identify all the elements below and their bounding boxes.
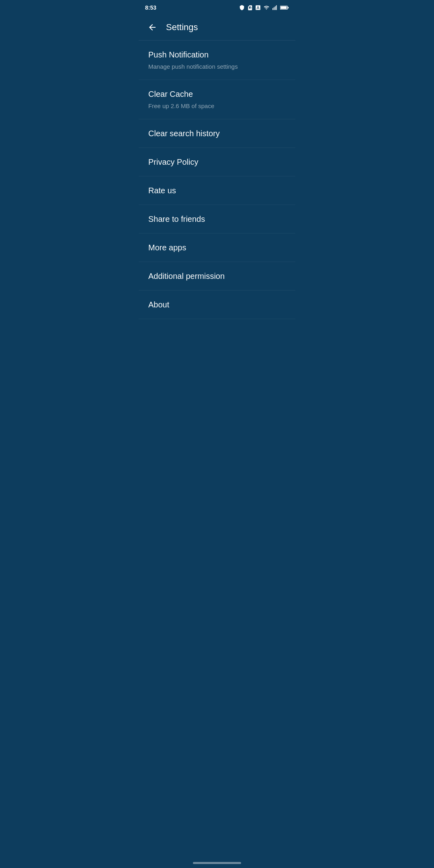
settings-item-clear-search-history[interactable]: Clear search history	[139, 119, 295, 148]
status-time: 8:53	[145, 4, 156, 11]
status-bar: 8:53	[139, 0, 295, 14]
shield-icon	[239, 5, 245, 10]
svg-rect-0	[272, 8, 273, 10]
font-download-icon	[255, 5, 261, 10]
back-button[interactable]	[145, 20, 160, 35]
clear-cache-subtitle: Free up 2.6 MB of space	[148, 102, 286, 110]
sim-card-icon	[247, 5, 253, 10]
clear-cache-title: Clear Cache	[148, 89, 286, 99]
settings-item-push-notification[interactable]: Push Notification Manage push notificati…	[139, 41, 295, 80]
settings-item-privacy-policy[interactable]: Privacy Policy	[139, 148, 295, 176]
svg-rect-2	[275, 6, 276, 10]
about-title: About	[148, 299, 286, 310]
push-notification-title: Push Notification	[148, 49, 286, 60]
rate-us-title: Rate us	[148, 185, 286, 196]
back-arrow-icon	[147, 23, 157, 32]
settings-list: Push Notification Manage push notificati…	[139, 41, 295, 319]
settings-item-share-to-friends[interactable]: Share to friends	[139, 205, 295, 233]
settings-item-more-apps[interactable]: More apps	[139, 233, 295, 262]
push-notification-subtitle: Manage push notification settings	[148, 62, 286, 71]
svg-rect-5	[288, 7, 289, 8]
settings-item-additional-permission[interactable]: Additional permission	[139, 262, 295, 291]
svg-rect-3	[276, 5, 277, 10]
wifi-icon	[263, 5, 270, 10]
settings-item-clear-cache[interactable]: Clear Cache Free up 2.6 MB of space	[139, 80, 295, 119]
more-apps-title: More apps	[148, 242, 286, 253]
svg-rect-6	[280, 6, 287, 9]
svg-rect-1	[274, 7, 274, 10]
settings-item-about[interactable]: About	[139, 291, 295, 319]
additional-permission-title: Additional permission	[148, 271, 286, 281]
share-to-friends-title: Share to friends	[148, 214, 286, 224]
signal-icon	[272, 5, 278, 10]
app-bar: Settings	[139, 14, 295, 41]
battery-icon	[280, 5, 289, 10]
settings-item-rate-us[interactable]: Rate us	[139, 176, 295, 205]
clear-search-history-title: Clear search history	[148, 128, 286, 139]
status-icons	[239, 5, 289, 10]
page-title: Settings	[166, 22, 198, 33]
privacy-policy-title: Privacy Policy	[148, 157, 286, 167]
